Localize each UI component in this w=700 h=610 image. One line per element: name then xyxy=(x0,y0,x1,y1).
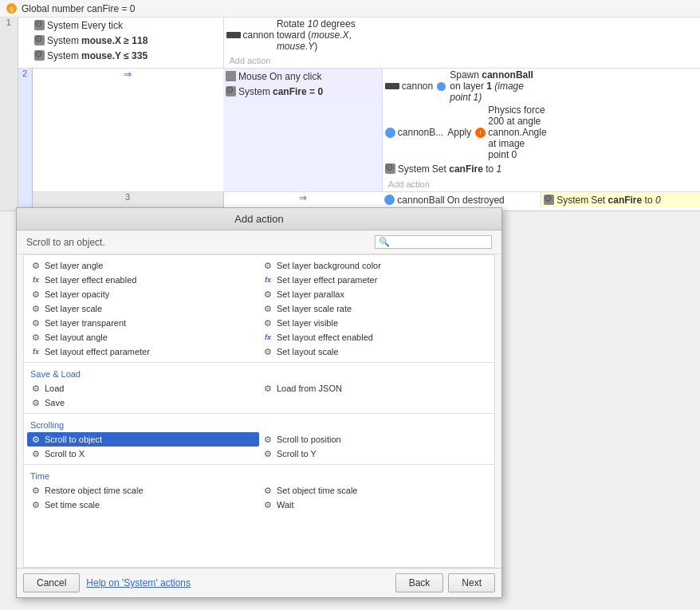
action-item-label: Set time scale xyxy=(45,500,100,510)
action-text: Spawn cannonBall on layer 1 (image point… xyxy=(450,69,538,103)
action-item[interactable]: Set layer effect parameter xyxy=(259,273,491,287)
gear-icon xyxy=(30,317,41,329)
actions-cell-3: System Set canFire to 0 xyxy=(541,192,700,208)
action-item[interactable]: Set layer scale xyxy=(27,301,259,316)
gear-icon xyxy=(30,289,41,300)
mouse-icon xyxy=(226,71,236,81)
add-action-2[interactable]: Add action xyxy=(383,176,541,191)
action-item[interactable]: Set layout effect enabled xyxy=(259,330,491,344)
action-item[interactable]: Set layer scale rate xyxy=(259,301,491,316)
condition-obj: System xyxy=(47,35,79,46)
action-apply: Apply xyxy=(447,127,471,138)
action-item-label: Set layout scale xyxy=(277,347,339,356)
action-item[interactable]: Set time scale xyxy=(27,498,259,512)
action-item[interactable]: Set object time scale xyxy=(259,483,491,498)
action-item[interactable]: Scroll to X xyxy=(27,447,259,461)
action-2-1[interactable]: cannon Spawn cannonBall on layer 1 (imag… xyxy=(383,69,541,104)
cancel-button[interactable]: Cancel xyxy=(23,573,80,592)
cannonball-icon xyxy=(385,128,395,138)
gear-icon xyxy=(30,448,41,459)
condition-3-1[interactable]: cannonBall On destroyed xyxy=(382,192,541,207)
action-item[interactable]: Set layer transparent xyxy=(27,316,259,330)
gear-icon xyxy=(30,397,41,408)
condition-1-2[interactable]: System mouse.X ≥ 118 xyxy=(32,33,223,48)
gear-icon xyxy=(262,499,273,510)
event-row: 1 System Every tick System mouse.X ≥ 118 xyxy=(0,18,700,69)
add-action-1[interactable]: Add action xyxy=(224,53,383,68)
action-item[interactable]: Save xyxy=(27,396,259,410)
global-icon: g xyxy=(6,3,17,14)
action-item-label: Set layer visible xyxy=(277,318,338,328)
action-text: Set canFire to 1 xyxy=(432,163,501,175)
gear-icon xyxy=(544,195,554,205)
action-item[interactable]: Wait xyxy=(259,498,491,512)
condition-1-3[interactable]: System mouse.Y ≤ 335 xyxy=(32,48,223,63)
search-input[interactable] xyxy=(392,238,488,247)
action-item[interactable]: Set layer visible xyxy=(259,316,491,330)
footer-right: Back Next xyxy=(395,573,495,592)
action-item-label: Set layer scale rate xyxy=(277,304,352,313)
action-item[interactable]: Load from JSON xyxy=(259,381,491,396)
action-item-label: Set layer transparent xyxy=(45,318,126,328)
condition-2-1[interactable]: Mouse On any click xyxy=(223,69,382,84)
fx-icon xyxy=(262,274,273,285)
gear-icon xyxy=(262,434,273,445)
action-item[interactable]: Set layer parallax xyxy=(259,287,491,301)
action-item[interactable]: Scroll to position xyxy=(259,432,491,447)
action-item-label: Set layer effect parameter xyxy=(277,275,377,285)
save-load-group: Load Load from JSON Save xyxy=(24,381,494,410)
action-item[interactable]: Set layer background color xyxy=(259,258,491,273)
back-button[interactable]: Back xyxy=(395,573,444,592)
cannon-icon xyxy=(226,32,241,38)
dialog-content[interactable]: Set layer angle Set layer background col… xyxy=(23,254,495,568)
add-action-3[interactable]: Add action xyxy=(541,207,700,211)
action-text: Physics force 200 at angle cannon.Angle … xyxy=(488,104,546,160)
condition-obj: System xyxy=(238,86,270,97)
event-num-2: 2 xyxy=(18,69,32,212)
time-group: Restore object time scale Set object tim… xyxy=(24,483,494,512)
condition-text: mouse.X ≥ 118 xyxy=(81,35,147,46)
action-item[interactable]: Set layout angle xyxy=(27,330,259,344)
gear-icon xyxy=(30,332,41,343)
event-arrow-spacer xyxy=(18,18,32,69)
dialog-footer: Cancel Help on 'System' actions Back Nex… xyxy=(17,568,501,597)
fx-icon xyxy=(30,346,41,357)
action-item-label: Load from JSON xyxy=(277,384,342,393)
footer-left: Cancel Help on 'System' actions xyxy=(23,573,191,592)
action-item[interactable]: Set layout effect parameter xyxy=(27,344,259,359)
add-action-link[interactable]: Add action xyxy=(226,55,274,66)
event-row-3: 3 ⇒ cannonBall On destroyed System Set xyxy=(0,192,700,208)
conditions-cell-1: System Every tick System mouse.X ≥ 118 S… xyxy=(32,18,223,69)
action-item[interactable]: Set layout scale xyxy=(259,344,491,359)
next-button[interactable]: Next xyxy=(448,573,495,592)
action-3-1[interactable]: System Set canFire to 0 xyxy=(541,192,700,207)
action-2-3[interactable]: System Set canFire to 1 xyxy=(383,161,541,176)
ball-obj-icon xyxy=(384,195,395,205)
group-label-save-load: Save & Load xyxy=(24,362,494,381)
action-list: Set layer angle Set layer background col… xyxy=(24,255,494,515)
gear-icon xyxy=(262,303,273,314)
action-item[interactable]: Set layer opacity xyxy=(27,287,259,301)
action-item[interactable]: Load xyxy=(27,381,259,396)
add-action-link[interactable]: Add action xyxy=(544,210,592,212)
action-item-label: Restore object time scale xyxy=(45,486,144,495)
action-item[interactable]: Set layer angle xyxy=(27,258,259,273)
action-item[interactable]: Set layer effect enabled xyxy=(27,273,259,287)
condition-text: On destroyed xyxy=(447,195,505,206)
scrolling-group: Scroll to object Scroll to position Scro… xyxy=(24,432,494,461)
action-item[interactable]: Restore object time scale xyxy=(27,483,259,498)
gear-icon xyxy=(262,346,273,357)
condition-1-1[interactable]: System Every tick xyxy=(32,18,223,33)
gear-icon xyxy=(30,499,41,510)
conditions-cell-3: cannonBall On destroyed xyxy=(382,192,541,208)
condition-2-2[interactable]: System canFire = 0 xyxy=(223,84,382,99)
action-2-2[interactable]: cannonB... Apply ! Physics force 200 at … xyxy=(383,104,541,161)
action-item-label: Set layer effect enabled xyxy=(45,275,136,285)
add-action-link[interactable]: Add action xyxy=(385,179,433,190)
action-1-1[interactable]: cannon Rotate 10 degrees toward (mouse.X… xyxy=(224,18,383,53)
help-link[interactable]: Help on 'System' actions xyxy=(86,573,191,592)
action-item-scroll-to-object[interactable]: Scroll to object xyxy=(27,432,259,447)
ball-icon xyxy=(437,82,446,91)
action-item[interactable]: Scroll to Y xyxy=(259,447,491,461)
condition-text: On any click xyxy=(269,71,321,82)
